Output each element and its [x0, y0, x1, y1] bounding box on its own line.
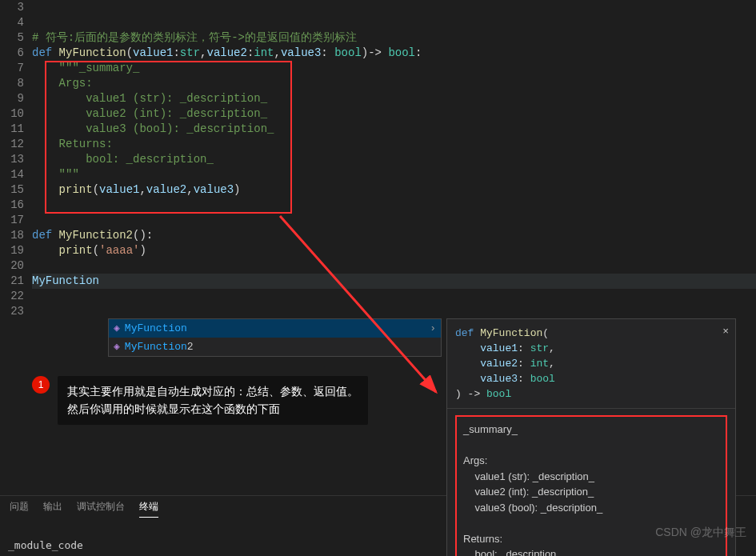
symbol-method-icon: ◈ [114, 321, 120, 336]
tab-problems[interactable]: 问题 [10, 499, 29, 518]
callout-number-badge: 1 [32, 376, 50, 394]
suggest-item-myfunction2[interactable]: ◈ MyFunction2 [109, 338, 441, 356]
symbol-method-icon: ◈ [114, 339, 120, 354]
tab-terminal[interactable]: 终端 [139, 499, 158, 518]
tab-debug-console[interactable]: 调试控制台 [77, 499, 125, 518]
chevron-right-icon: › [430, 321, 436, 336]
typed-identifier[interactable]: MyFunction [32, 274, 99, 287]
signature-help-popup: × def MyFunction( value1: str, value2: i… [446, 318, 736, 556]
tab-output[interactable]: 输出 [43, 499, 62, 518]
watermark: CSDN @龙中舞王 [655, 525, 746, 540]
suggest-item-myfunction[interactable]: ◈ MyFunction › [109, 319, 441, 338]
comment: # 符号:后面的是参数的类别标注，符号->的是返回值的类别标注 [32, 31, 357, 44]
annotation-callout: 1 其实主要作用就是自动生成对应的：总结、参数、返回值。 然后你调用的时候就显示… [32, 376, 368, 425]
intellisense-suggest[interactable]: ◈ MyFunction › ◈ MyFunction2 [108, 318, 442, 357]
close-icon[interactable]: × [722, 324, 729, 339]
line-gutter: 34567891011121314151617181920212223 [0, 0, 32, 464]
